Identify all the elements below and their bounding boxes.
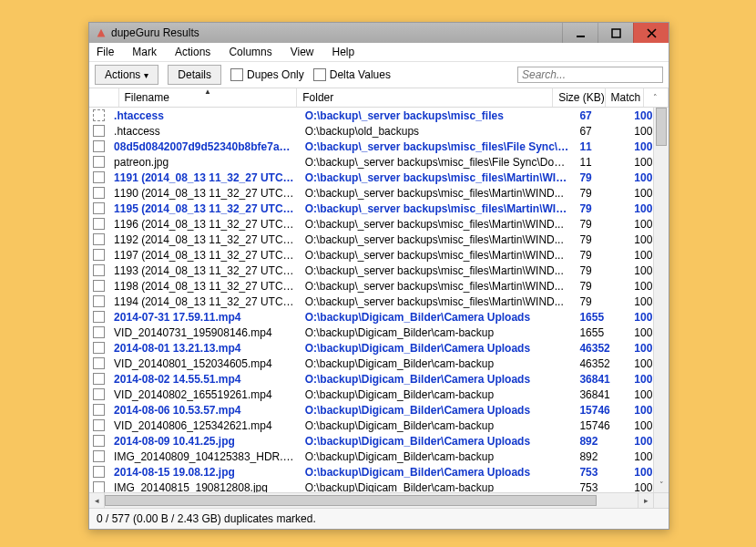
cell-folder: O:\backup\_server backups\misc_files\Mar… — [300, 218, 575, 231]
search-input[interactable] — [517, 67, 663, 83]
cell-folder: O:\backup\_server backups\misc_files — [300, 109, 575, 122]
row-checkbox[interactable] — [89, 280, 108, 292]
scroll-left[interactable]: ◂ — [89, 493, 105, 508]
minimize-button[interactable] — [562, 23, 598, 43]
menu-view[interactable]: View — [287, 44, 318, 60]
actions-dropdown[interactable]: Actions ▾ — [95, 65, 158, 85]
row-checkbox[interactable] — [89, 342, 108, 354]
cell-folder: O:\backup\Digicam_Bilder\Camera Uploads — [300, 404, 575, 417]
cell-folder: O:\backup\Digicam_Bilder\Camera Uploads — [300, 435, 575, 448]
row-checkbox[interactable] — [89, 187, 108, 199]
scroll-right[interactable]: ▸ — [638, 493, 653, 508]
table-row[interactable]: 1190 (2014_08_13 11_32_27 UTC).001O:\bac… — [89, 185, 669, 201]
row-checkbox[interactable] — [89, 295, 108, 307]
table-row[interactable]: 1197 (2014_08_13 11_32_27 UTC).001O:\bac… — [89, 247, 669, 263]
col-match[interactable]: Match — [606, 88, 644, 107]
cell-filename: 1193 (2014_08_13 11_32_27 UTC).001 — [108, 264, 300, 277]
table-row[interactable]: 2014-08-15 19.08.12.jpgO:\backup\Digicam… — [89, 464, 669, 480]
col-folder[interactable]: Folder — [297, 88, 553, 107]
table-row[interactable]: 1193 (2014_08_13 11_32_27 UTC).001O:\bac… — [89, 263, 669, 278]
row-checkbox[interactable] — [89, 481, 108, 492]
table-row[interactable]: VID_20140801_152034605.mp4O:\backup\Digi… — [89, 356, 669, 371]
maximize-button[interactable] — [598, 23, 633, 43]
table-row[interactable]: IMG_20140815_190812808.jpgO:\backup\Digi… — [89, 480, 669, 492]
table-row[interactable]: 2014-08-09 10.41.25.jpgO:\backup\Digicam… — [89, 433, 669, 449]
table-row[interactable]: 1192 (2014_08_13 11_32_27 UTC).001O:\bac… — [89, 232, 669, 247]
row-checkbox[interactable] — [89, 326, 108, 338]
row-checkbox[interactable] — [89, 419, 108, 431]
table-row[interactable]: 08d5d0842007d9d52340b8bfe7a02...O:\backu… — [89, 139, 669, 154]
cell-folder: O:\backup\_server backups\misc_files\Fil… — [300, 156, 575, 169]
cell-filename: VID_20140731_195908146.mp4 — [108, 326, 300, 339]
scroll-down[interactable]: ˅ — [654, 478, 669, 492]
table-row[interactable]: VID_20140731_195908146.mp4O:\backup\Digi… — [89, 325, 669, 340]
table-row[interactable]: 1195 (2014_08_13 11_32_27 UTC).001O:\bac… — [89, 201, 669, 216]
vertical-scrollbar[interactable]: ˅ — [653, 108, 669, 492]
table-row[interactable]: .htaccessO:\backup\_server backups\misc_… — [89, 108, 669, 123]
scroll-up[interactable]: ˄ — [644, 88, 669, 107]
row-checkbox[interactable] — [89, 202, 108, 214]
row-checkbox[interactable] — [89, 171, 108, 183]
col-size[interactable]: Size (KB) — [553, 88, 605, 107]
table-row[interactable]: 2014-07-31 17.59.11.mp4O:\backup\Digicam… — [89, 309, 669, 325]
chevron-down-icon: ▾ — [144, 70, 148, 80]
cell-folder: O:\backup\Digicam_Bilder\Camera Uploads — [300, 342, 575, 355]
cell-size: 67 — [574, 125, 628, 138]
table-row[interactable]: VID_20140802_165519261.mp4O:\backup\Digi… — [89, 387, 669, 402]
table-row[interactable]: 2014-08-06 10.53.57.mp4O:\backup\Digicam… — [89, 402, 669, 418]
row-checkbox[interactable] — [89, 218, 108, 230]
table-row[interactable]: IMG_20140809_104125383_HDR.jpgO:\backup\… — [89, 449, 669, 464]
table-row[interactable]: 2014-08-01 13.21.13.mp4O:\backup\Digicam… — [89, 340, 669, 356]
row-checkbox[interactable] — [89, 140, 108, 152]
table-row[interactable]: .htaccessO:\backup\old_backups67100 — [89, 123, 669, 139]
row-checkbox[interactable] — [89, 125, 108, 137]
row-checkbox[interactable] — [89, 249, 108, 261]
menu-columns[interactable]: Columns — [225, 44, 275, 60]
cell-size: 79 — [574, 295, 628, 308]
cell-folder: O:\backup\_server backups\misc_files\Mar… — [300, 171, 575, 184]
row-checkbox[interactable] — [89, 466, 108, 478]
hscroll-thumb[interactable] — [105, 495, 597, 506]
dupes-only-checkbox[interactable]: Dupes Only — [230, 68, 304, 81]
row-checkbox[interactable] — [89, 450, 108, 462]
delta-values-checkbox[interactable]: Delta Values — [313, 68, 391, 81]
row-checkbox[interactable] — [89, 404, 108, 416]
row-checkbox[interactable] — [89, 435, 108, 447]
row-checkbox[interactable] — [89, 264, 108, 276]
horizontal-scrollbar[interactable]: ◂ ▸ — [89, 492, 669, 508]
table-row[interactable]: 1196 (2014_08_13 11_32_27 UTC).001O:\bac… — [89, 216, 669, 232]
col-filename[interactable]: Filename ▲ — [119, 88, 298, 107]
scroll-thumb[interactable] — [656, 108, 667, 146]
menu-actions[interactable]: Actions — [171, 44, 214, 60]
table-row[interactable]: patreon.jpgO:\backup\_server backups\mis… — [89, 154, 669, 170]
status-text: 0 / 577 (0.00 B / 2.43 GB) duplicates ma… — [97, 512, 316, 525]
row-checkbox[interactable] — [89, 388, 108, 400]
row-checkbox[interactable] — [89, 373, 108, 385]
cell-size: 753 — [574, 481, 628, 493]
menu-file[interactable]: File — [93, 44, 117, 60]
table-row[interactable]: VID_20140806_125342621.mp4O:\backup\Digi… — [89, 418, 669, 433]
row-checkbox[interactable] — [89, 109, 108, 121]
row-checkbox[interactable] — [89, 233, 108, 245]
menu-mark[interactable]: Mark — [128, 44, 160, 60]
menu-help[interactable]: Help — [329, 44, 359, 60]
dupes-only-label: Dupes Only — [247, 68, 304, 81]
close-button[interactable] — [633, 23, 669, 43]
cell-folder: O:\backup\Digicam_Bilder\cam-backup — [300, 419, 575, 432]
app-icon — [95, 26, 107, 39]
table-row[interactable]: 1194 (2014_08_13 11_32_27 UTC).001O:\bac… — [89, 294, 669, 309]
cell-folder: O:\backup\Digicam_Bilder\cam-backup — [300, 450, 575, 463]
row-checkbox[interactable] — [89, 156, 108, 168]
details-button[interactable]: Details — [168, 65, 221, 85]
table-row[interactable]: 1191 (2014_08_13 11_32_27 UTC).001O:\bac… — [89, 170, 669, 185]
cell-size: 15746 — [574, 404, 628, 417]
details-button-label: Details — [178, 68, 211, 81]
titlebar[interactable]: dupeGuru Results — [89, 23, 669, 43]
table-row[interactable]: 2014-08-02 14.55.51.mp4O:\backup\Digicam… — [89, 371, 669, 387]
row-checkbox[interactable] — [89, 311, 108, 323]
cell-filename: 1198 (2014_08_13 11_32_27 UTC).001 — [108, 280, 300, 293]
table-row[interactable]: 1198 (2014_08_13 11_32_27 UTC).001O:\bac… — [89, 278, 669, 294]
checkbox-icon — [230, 68, 243, 81]
row-checkbox[interactable] — [89, 357, 108, 369]
cell-folder: O:\backup\_server backups\misc_files\Mar… — [300, 233, 575, 246]
